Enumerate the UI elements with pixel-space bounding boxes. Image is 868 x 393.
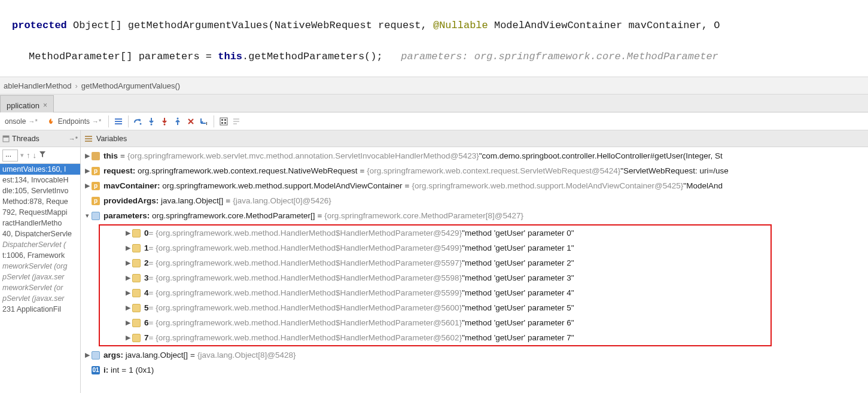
svg-point-4 <box>151 123 153 125</box>
stack-frame[interactable]: meworkServlet (org <box>0 261 80 272</box>
array-element[interactable]: ▶1 = {org.springframework.web.method.Han… <box>100 240 770 255</box>
stack-frame[interactable]: meworkServlet (or <box>0 282 80 293</box>
expand-icon[interactable]: ▶ <box>124 270 132 285</box>
step-out-icon[interactable] <box>173 117 182 126</box>
var-name: this <box>103 148 118 163</box>
svg-rect-7 <box>206 122 207 125</box>
svg-rect-12 <box>224 122 226 124</box>
breadcrumb-item[interactable]: ableHandlerMethod <box>0 81 75 90</box>
array-element[interactable]: ▶0 = {org.springframework.web.method.Han… <box>100 226 770 240</box>
array-element[interactable]: ▶2 = {org.springframework.web.method.Han… <box>100 255 770 270</box>
var-value-string: "method 'getUser' parameter 3" <box>462 270 574 285</box>
console-tab-button[interactable]: onsole →* <box>2 114 40 129</box>
variable-providedargs[interactable]: ▶ p providedArgs: java.lang.Object[] = {… <box>81 193 868 208</box>
stack-frame[interactable]: dle:105, ServletInvo <box>0 185 80 196</box>
stack-frame[interactable]: ractHandlerMetho <box>0 218 80 229</box>
separator <box>108 115 109 127</box>
variable-args[interactable]: ▶ args: java.lang.Object[] = {java.lang.… <box>81 348 868 362</box>
close-icon[interactable]: × <box>43 101 47 109</box>
stack-frame[interactable]: umentValues:160, l <box>0 164 80 175</box>
svg-rect-0 <box>115 118 122 120</box>
code-editor[interactable]: protected Object[] getMethodArgumentValu… <box>0 0 868 77</box>
expand-icon[interactable]: ▶ <box>83 348 92 362</box>
stack-frame[interactable]: est:134, InvocableH <box>0 175 80 185</box>
object-icon <box>132 229 141 237</box>
keyword-this: this <box>218 51 242 62</box>
expand-icon[interactable]: ▶ <box>124 285 132 300</box>
inline-hint: parameters: org.springframework.core.Met… <box>401 51 718 62</box>
drop-frame-icon[interactable] <box>186 117 196 126</box>
var-value-ref: {org.springframework.web.servlet.mvc.met… <box>127 148 479 163</box>
variable-i[interactable]: ▶ 01 i: int = 1 (0x1) <box>81 362 868 377</box>
code-text: MethodParameter[] parameters = <box>29 51 218 62</box>
array-element[interactable]: ▶4 = {org.springframework.web.method.Han… <box>100 285 770 300</box>
stack-frame[interactable]: 231 ApplicationFil <box>0 304 80 315</box>
thread-list-icon[interactable] <box>114 117 123 126</box>
equals: = <box>188 348 197 362</box>
thread-dropdown[interactable]: ... <box>2 150 18 162</box>
dropdown-arrow-icon[interactable]: ▾ <box>20 151 24 159</box>
stack-frame[interactable]: DispatcherServlet ( <box>0 239 80 250</box>
breadcrumb[interactable]: ableHandlerMethod › getMethodArgumentVal… <box>0 77 868 95</box>
svg-rect-15 <box>233 123 237 124</box>
stack-frame[interactable]: 792, RequestMappi <box>0 207 80 218</box>
expand-icon[interactable]: ▶ <box>124 240 132 255</box>
variables-pane: Variables ▶ this = {org.springframework.… <box>81 130 868 393</box>
frames-header-label: Threads <box>12 135 66 143</box>
expand-icon[interactable]: ▶ <box>83 148 92 163</box>
variable-this[interactable]: ▶ this = {org.springframework.web.servle… <box>81 148 868 163</box>
expand-icon[interactable]: ▶ <box>124 300 132 315</box>
array-element[interactable]: ▶7 = {org.springframework.web.method.Han… <box>100 330 770 345</box>
endpoints-label: Endpoints <box>58 117 90 126</box>
next-frame-icon[interactable]: ↓ <box>33 151 37 160</box>
expand-icon[interactable]: ▶ <box>83 178 92 193</box>
object-icon <box>132 289 141 297</box>
stack-frame[interactable]: t:1006, Framework <box>0 250 80 261</box>
array-icon <box>92 212 100 220</box>
force-step-into-icon[interactable] <box>160 117 169 126</box>
array-element[interactable]: ▶3 = {org.springframework.web.method.Han… <box>100 270 770 285</box>
expand-icon[interactable]: ▶ <box>124 330 132 345</box>
expand-icon[interactable]: ▶ <box>124 226 132 240</box>
var-name: mavContainer: org.springframework.web.me… <box>103 178 403 193</box>
var-name: 4 <box>144 285 149 300</box>
step-into-icon[interactable] <box>147 117 156 126</box>
svg-rect-9 <box>221 119 223 121</box>
step-over-icon[interactable] <box>133 117 143 126</box>
variables-icon <box>84 135 93 143</box>
parameter-icon: p <box>92 197 100 205</box>
variable-parameters[interactable]: ▾ parameters: org.springframework.core.M… <box>81 208 868 223</box>
array-element[interactable]: ▶5 = {org.springframework.web.method.Han… <box>100 300 770 315</box>
tab-application[interactable]: pplication × <box>0 95 54 112</box>
collapse-icon[interactable]: ▾ <box>83 208 92 223</box>
equals: = <box>403 178 412 193</box>
array-element[interactable]: ▶6 = {org.springframework.web.method.Han… <box>100 315 770 330</box>
frames-list[interactable]: umentValues:160, lest:134, InvocableHdle… <box>0 164 80 393</box>
svg-rect-17 <box>3 136 9 138</box>
variable-mavcontainer[interactable]: ▶ p mavContainer: org.springframework.we… <box>81 178 868 193</box>
expand-icon[interactable]: ▶ <box>83 163 92 178</box>
stack-frame[interactable]: Method:878, Reque <box>0 196 80 207</box>
code-text: ModelAndViewContainer mavContainer, O <box>488 20 720 31</box>
stack-frame[interactable]: pServlet (javax.ser <box>0 272 80 282</box>
variables-tree[interactable]: ▶ this = {org.springframework.web.servle… <box>81 147 868 393</box>
expand-icon[interactable]: ▶ <box>124 255 132 270</box>
prev-frame-icon[interactable]: ↑ <box>26 151 31 160</box>
filter-icon[interactable] <box>39 151 46 160</box>
evaluate-expression-icon[interactable] <box>219 117 229 126</box>
variable-request[interactable]: ▶ p request: org.springframework.web.con… <box>81 163 868 178</box>
endpoints-tab-button[interactable]: Endpoints →* <box>44 114 104 129</box>
expand-icon[interactable]: ▶ <box>124 315 132 330</box>
breadcrumb-item[interactable]: getMethodArgumentValues() <box>78 81 184 90</box>
var-value-ref: = {org.springframework.web.method.Handle… <box>149 285 462 300</box>
stack-frame[interactable]: 40, DispatcherServle <box>0 229 80 239</box>
run-to-cursor-icon[interactable] <box>199 117 209 126</box>
object-icon <box>92 152 100 160</box>
equals: = <box>119 362 129 377</box>
frames-controls: ... ▾ ↑ ↓ <box>0 147 80 164</box>
trace-icon[interactable] <box>232 117 242 126</box>
parameter-icon: p <box>92 167 100 175</box>
stack-frame[interactable]: pServlet (javax.ser <box>0 293 80 304</box>
frames-icon <box>2 135 10 142</box>
var-value-string: "method 'getUser' parameter 6" <box>462 315 574 330</box>
